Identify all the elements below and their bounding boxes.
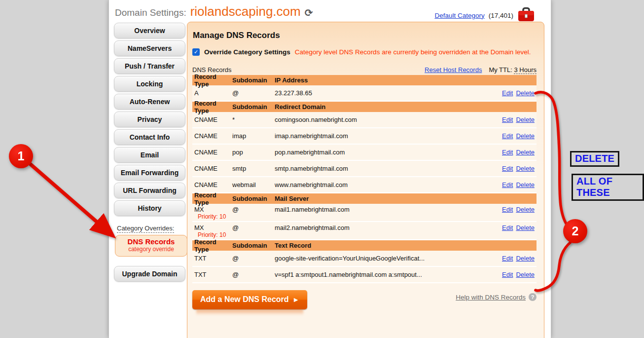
table-row: MX Priority: 10 @ mail1.namebrightmail.c… <box>192 204 537 222</box>
subdomain-cell: @ <box>232 271 275 278</box>
subdomain-cell: webmail <box>232 181 275 188</box>
col-header-record-type: Record Type <box>192 238 232 253</box>
sidebar-item-history[interactable]: History <box>114 200 185 216</box>
record-type-cell: CNAME <box>192 149 232 156</box>
edit-link[interactable]: Edit <box>502 271 513 278</box>
category-overrides-label[interactable]: Category Overrides: <box>117 225 174 233</box>
value-cell: google-site-verification=YourUniqueGoogl… <box>275 255 502 262</box>
col-header-subdomain: Subdomain <box>232 242 275 249</box>
table-row: CNAME pop pop.namebrightmail.com EditDel… <box>192 145 537 161</box>
help-dns-records-link[interactable]: Help with DNS Records <box>456 294 526 301</box>
delete-link[interactable]: Delete <box>516 255 535 262</box>
override-checkbox-label: Override Category Settings <box>204 48 290 56</box>
edit-link[interactable]: Edit <box>502 116 513 123</box>
table-row: TXT @ google-site-verification=YourUniqu… <box>192 251 537 267</box>
default-category-link[interactable]: Default Category <box>434 12 484 19</box>
value-cell: imap.namebrightmail.com <box>275 132 502 140</box>
ttl-label: My TTL: <box>489 66 512 74</box>
sidebar-item-email-forwarding[interactable]: Email Forwarding <box>114 165 185 181</box>
value-cell: mail2.namebrightmail.com <box>275 224 502 231</box>
reset-host-records-link[interactable]: Reset Host Records <box>425 66 482 74</box>
record-type-cell: MX Priority: 10 <box>192 224 232 239</box>
sidebar-item-push-transfer[interactable]: Push / Transfer <box>114 58 185 74</box>
add-dns-record-button[interactable]: Add a New DNS Record ▶ <box>192 290 307 309</box>
panel-footer: Add a New DNS Record ▶ Help with DNS Rec… <box>192 290 537 309</box>
delete-link[interactable]: Delete <box>516 116 535 123</box>
value-cell: v=spf1 a:smtpout1.namebrightmail.com a:s… <box>275 271 502 278</box>
value-cell: www.namebrightmail.com <box>275 181 502 188</box>
toolbox-icon[interactable] <box>517 6 535 23</box>
subdomain-cell: @ <box>232 206 275 213</box>
subdomain-cell: @ <box>232 255 275 262</box>
ttl-value[interactable]: 3 Hours <box>514 66 537 74</box>
table-row: TXT @ v=spf1 a:smtpout1.namebrightmail.c… <box>192 267 537 283</box>
delete-link[interactable]: Delete <box>516 206 535 213</box>
domain-name: riolandscaping.com <box>190 4 301 19</box>
question-mark-icon[interactable]: ? <box>529 293 537 301</box>
sidebar: Overview NameServers Push / Transfer Loc… <box>114 23 185 284</box>
sidebar-item-dns-records-override[interactable]: DNS Records category override <box>115 235 187 257</box>
app-window: Domain Settings: riolandscaping.com ⟳ De… <box>108 0 551 338</box>
delete-link[interactable]: Delete <box>516 181 535 188</box>
dns-panel: Manage DNS Records ✓ Override Category S… <box>187 22 544 338</box>
delete-link[interactable]: Delete <box>516 132 535 140</box>
edit-link[interactable]: Edit <box>502 224 513 231</box>
record-type-cell: TXT <box>192 271 232 278</box>
override-category-checkbox[interactable]: ✓ <box>192 48 200 56</box>
table-meta-row: DNS Records Reset Host Records My TTL: 3… <box>192 66 537 74</box>
override-settings-row: ✓ Override Category Settings Category le… <box>192 48 537 56</box>
col-header-record-type: Record Type <box>192 100 232 114</box>
value-cell: 23.227.38.65 <box>275 89 502 97</box>
delete-link[interactable]: Delete <box>516 271 535 278</box>
edit-link[interactable]: Edit <box>502 132 513 140</box>
subdomain-cell: * <box>232 116 275 123</box>
sidebar-item-email[interactable]: Email <box>114 147 185 163</box>
sidebar-item-privacy[interactable]: Privacy <box>114 112 185 127</box>
step1-badge: 1 <box>9 144 33 168</box>
table-section-header: Record Type Subdomain Text Record <box>192 240 537 251</box>
record-type: MX <box>194 206 232 213</box>
record-type-cell: MX Priority: 10 <box>192 206 232 221</box>
sidebar-item-nameservers[interactable]: NameServers <box>114 40 185 56</box>
panel-title: Manage DNS Records <box>193 31 537 40</box>
sidebar-item-locking[interactable]: Locking <box>114 76 185 92</box>
edit-link[interactable]: Edit <box>502 206 513 213</box>
edit-link[interactable]: Edit <box>502 255 513 262</box>
record-type-cell: CNAME <box>192 165 232 172</box>
delete-annotation-box: DELETE <box>570 151 619 167</box>
delete-link[interactable]: Delete <box>516 224 535 231</box>
col-header-value: Text Record <box>275 242 537 249</box>
delete-link[interactable]: Delete <box>516 165 535 172</box>
delete-link[interactable]: Delete <box>516 89 535 97</box>
delete-link[interactable]: Delete <box>516 149 535 156</box>
sidebar-item-url-forwarding[interactable]: URL Forwarding <box>114 183 185 198</box>
col-header-subdomain: Subdomain <box>232 103 275 111</box>
table-section-header: Record Type Subdomain Redirect Domain <box>192 102 537 112</box>
value-cell: smtp.namebrightmail.com <box>275 165 502 172</box>
subdomain-cell: imap <box>232 132 275 140</box>
col-header-record-type: Record Type <box>192 191 232 206</box>
step1-arrow <box>31 164 109 232</box>
value-cell: pop.namebrightmail.com <box>275 149 502 156</box>
record-type-cell: CNAME <box>192 116 232 123</box>
col-header-value: IP Address <box>275 76 537 84</box>
sidebar-item-contact-info[interactable]: Contact Info <box>114 129 185 145</box>
override-warning-text: Category level DNS Records are currently… <box>295 48 531 56</box>
header-right: Default Category (17,401) <box>434 7 535 24</box>
table-row: CNAME webmail www.namebrightmail.com Edi… <box>192 177 537 193</box>
upgrade-domain-button[interactable]: Upgrade Domain <box>114 266 185 282</box>
sidebar-item-auto-renew[interactable]: Auto-Renew <box>114 94 185 110</box>
subdomain-cell: @ <box>232 89 275 97</box>
dns-records-override-title: DNS Records <box>115 238 187 246</box>
edit-link[interactable]: Edit <box>502 149 513 156</box>
table-section-header: Record Type Subdomain IP Address <box>192 75 537 85</box>
edit-link[interactable]: Edit <box>502 89 513 97</box>
refresh-icon[interactable]: ⟳ <box>305 7 313 19</box>
edit-link[interactable]: Edit <box>502 165 513 172</box>
edit-link[interactable]: Edit <box>502 181 513 188</box>
record-type-cell: A <box>192 89 232 97</box>
arrow-right-icon: ▶ <box>294 297 298 302</box>
record-type-cell: CNAME <box>192 132 232 140</box>
record-type-cell: CNAME <box>192 181 232 188</box>
sidebar-item-overview[interactable]: Overview <box>114 23 185 38</box>
